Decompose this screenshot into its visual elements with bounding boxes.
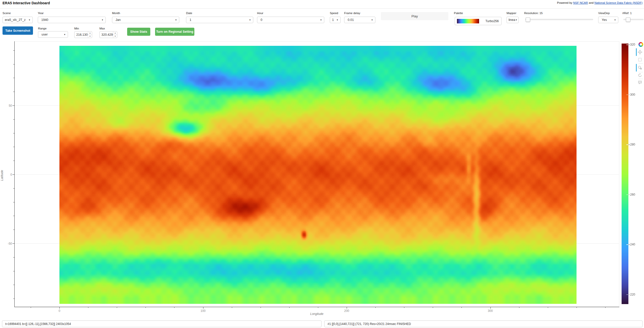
temperature-map[interactable] bbox=[59, 46, 577, 304]
min-step-down-icon[interactable]: ▼ bbox=[88, 35, 92, 38]
colorbar-tick bbox=[628, 295, 630, 295]
range-label: Range bbox=[38, 27, 47, 30]
max-input[interactable]: 320.429 ▲ ▼ bbox=[99, 31, 117, 38]
y-minor-tick bbox=[13, 188, 14, 189]
hover-tool-icon[interactable] bbox=[637, 80, 642, 85]
chevron-down-icon: ▼ bbox=[319, 19, 324, 21]
chevron-down-icon: ▼ bbox=[174, 19, 179, 21]
palette-swatch bbox=[457, 19, 479, 23]
colorbar-tick bbox=[628, 195, 630, 195]
toolbar-divider bbox=[638, 79, 643, 79]
nsdf-link[interactable]: National Science Data Fabric (NSDF) bbox=[594, 1, 642, 4]
x-tick bbox=[490, 307, 491, 309]
x-minor-tick bbox=[375, 307, 376, 308]
speed-select[interactable]: 1 ▼ bbox=[330, 17, 341, 23]
chevron-down-icon: ▼ bbox=[101, 19, 105, 21]
x-minor-tick bbox=[404, 307, 404, 308]
hour-label: Hour bbox=[257, 12, 263, 15]
min-step-up-icon[interactable]: ▲ bbox=[88, 31, 92, 35]
x-minor-tick bbox=[318, 307, 318, 308]
render-status-input[interactable]: #1 [[0,0],[1440,721]] (721, 720) Res=20/… bbox=[324, 320, 642, 327]
resolution-slider-track[interactable] bbox=[525, 19, 593, 20]
and-word: and bbox=[589, 1, 594, 4]
resolution-slider-handle[interactable] bbox=[526, 17, 530, 22]
chevron-down-icon: ▼ bbox=[371, 19, 375, 21]
year-select[interactable]: 1940 ▼ bbox=[38, 17, 106, 23]
viewdep-label: ViewDep bbox=[598, 12, 610, 15]
colorbar-tick bbox=[628, 95, 630, 95]
y-minor-tick bbox=[13, 299, 14, 299]
x-tick bbox=[203, 307, 203, 309]
colorbar-tick bbox=[626, 195, 628, 195]
show-stats-button[interactable]: Show Stats bbox=[127, 28, 150, 36]
chevron-down-icon: ▼ bbox=[515, 19, 518, 21]
x-minor-tick bbox=[461, 307, 462, 308]
month-label: Month bbox=[112, 12, 120, 15]
scene-select[interactable]: era5_sfc_2T_z ▼ bbox=[3, 17, 33, 23]
min-input[interactable]: 216.130 ▲ ▼ bbox=[74, 31, 92, 38]
colorbar-tick bbox=[626, 295, 628, 295]
take-screenshot-button[interactable]: Take Screenshot bbox=[3, 26, 33, 35]
colorbar-tick bbox=[626, 45, 628, 45]
y-tick-label: 50 bbox=[1, 104, 12, 107]
y-minor-tick bbox=[13, 64, 14, 64]
max-step-down-icon[interactable]: ▼ bbox=[113, 35, 117, 38]
colorbar-tick bbox=[626, 95, 628, 95]
x-tick bbox=[59, 307, 60, 309]
y-minor-tick bbox=[13, 92, 14, 92]
x-minor-tick bbox=[261, 307, 261, 308]
mapper-select[interactable]: linea ▼ bbox=[507, 17, 519, 23]
chevron-down-icon: ▼ bbox=[614, 19, 618, 21]
palette-label: Palette bbox=[454, 12, 463, 15]
colorbar-tick-label: 220 bbox=[630, 293, 635, 296]
x-tick-label: 300 bbox=[488, 309, 493, 313]
powered-prefix: Powered by bbox=[557, 1, 573, 4]
y-minor-tick bbox=[13, 78, 14, 78]
x-tick-label: 200 bbox=[344, 309, 349, 313]
y-tick bbox=[13, 243, 14, 244]
y-minor-tick bbox=[13, 285, 14, 285]
pan-tool-icon[interactable] bbox=[637, 50, 642, 55]
x-minor-tick bbox=[605, 307, 605, 308]
pan-active-indicator bbox=[636, 48, 637, 56]
bokeh-logo-icon[interactable] bbox=[638, 42, 643, 47]
x-tick-label: 0 bbox=[59, 309, 60, 313]
header-divider bbox=[0, 8, 644, 9]
reset-tool-icon[interactable] bbox=[637, 73, 642, 78]
play-button[interactable]: Play bbox=[381, 12, 448, 20]
toolbar-divider bbox=[638, 72, 643, 72]
toolbar-divider bbox=[638, 63, 643, 64]
position-status-input[interactable]: t=16994401 b=[[-126,-11],[1566,732]] 240… bbox=[2, 320, 321, 327]
year-label: Year bbox=[38, 12, 44, 15]
viewdep-select[interactable]: Yes ▼ bbox=[598, 17, 618, 23]
y-minor-tick bbox=[13, 119, 14, 120]
y-minor-tick bbox=[13, 50, 14, 51]
box-zoom-tool-icon[interactable] bbox=[637, 57, 642, 62]
regional-setting-button[interactable]: Turn on Regional Setting bbox=[155, 28, 194, 36]
x-minor-tick bbox=[174, 307, 174, 308]
range-select[interactable]: user ▼ bbox=[38, 31, 68, 38]
max-label: Max bbox=[99, 27, 105, 30]
y-minor-tick bbox=[13, 257, 14, 258]
page-title: ERA5 Interactive Dashboard bbox=[3, 1, 50, 5]
max-step-up-icon[interactable]: ▲ bbox=[113, 31, 117, 35]
colorbar-tick bbox=[628, 244, 630, 245]
hour-select[interactable]: 0 ▼ bbox=[257, 17, 324, 23]
date-label: Date bbox=[186, 12, 192, 15]
month-select[interactable]: Jan ▼ bbox=[112, 17, 179, 23]
palette-picker[interactable]: Turbo256 bbox=[455, 17, 502, 25]
x-minor-tick bbox=[548, 307, 548, 308]
y-axis-title: Latitude bbox=[0, 170, 4, 181]
nsf-ncar-link[interactable]: NSF NCAR bbox=[573, 1, 588, 4]
frame-delay-select[interactable]: 0.01 ▼ bbox=[344, 17, 375, 23]
x-minor-tick bbox=[31, 307, 31, 308]
y-minor-tick bbox=[13, 133, 14, 133]
date-select[interactable]: 1 ▼ bbox=[186, 17, 253, 23]
scene-label: Scene bbox=[3, 12, 11, 15]
ref-slider-handle[interactable] bbox=[626, 17, 630, 22]
chevron-down-icon: ▼ bbox=[248, 19, 253, 21]
ref-label: #Ref: 1 bbox=[622, 12, 632, 15]
y-minor-tick bbox=[13, 147, 14, 147]
colorbar-tick bbox=[626, 244, 628, 245]
wheel-zoom-tool-icon[interactable] bbox=[637, 65, 642, 70]
